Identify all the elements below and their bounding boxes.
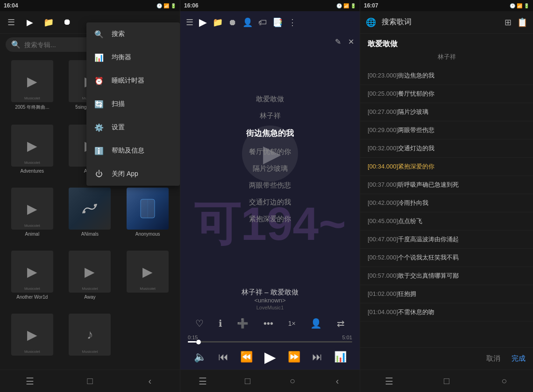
menu-item-sleep-timer[interactable]: ⏰ 睡眠计时器: [86, 69, 180, 92]
status-icons-2: 🕐 📶 🔋: [336, 3, 356, 8]
menu-item-close-app[interactable]: ⏻ 关闭 App: [86, 162, 180, 186]
album-item-14[interactable]: ♪ Musicolet: [62, 311, 119, 368]
lyrics-item-1[interactable]: [00:25.000]餐厅忧郁的你: [360, 85, 533, 103]
record-icon[interactable]: ⏺: [62, 17, 73, 28]
lyric-text-13: 不需休息的吻: [398, 308, 434, 315]
globe-icon: 🌐: [366, 17, 376, 28]
shuffle-button[interactable]: ⇄: [337, 318, 345, 329]
person-toolbar-icon[interactable]: 👤: [242, 17, 253, 28]
edit-lyrics-icon[interactable]: ✎: [335, 37, 341, 46]
confirm-button[interactable]: 完成: [512, 354, 526, 363]
bookmark-toolbar-icon[interactable]: 📑: [272, 17, 283, 28]
queue-icon[interactable]: ☰: [186, 17, 193, 28]
lyric-text-8: 点点纷飞: [398, 217, 422, 224]
lyrics-item-11[interactable]: [00:57.000]敢于交出真情哪算可鄙: [360, 267, 533, 285]
lyrics-item-13[interactable]: [01:04.000]不需休息的吻: [360, 303, 533, 322]
equalizer-button[interactable]: 📊: [334, 351, 347, 363]
album-item-9[interactable]: Anonymous: [119, 185, 176, 247]
forward-button[interactable]: ⏩: [288, 351, 300, 363]
lyric-text-9: 千度高温波涛由你涌起: [398, 236, 459, 243]
menu-item-scan[interactable]: 🔄 扫描: [86, 92, 180, 116]
album-item-12[interactable]: ▶ Musicolet: [119, 248, 176, 310]
record-toolbar-icon[interactable]: ⏺: [228, 18, 237, 28]
lyrics-item-6[interactable]: [00:37.000]听呼吸声确已急速到死: [360, 176, 533, 194]
timestamp-5: [00:34.000]: [368, 163, 398, 170]
more-toolbar-icon[interactable]: ⋮: [288, 17, 297, 28]
menu-item-help[interactable]: ℹ️ 帮助及信息: [86, 139, 180, 162]
time-1: 16:04: [4, 2, 18, 9]
album-label-10: Another Wor1d: [11, 294, 53, 300]
menu-item-equalizer[interactable]: 📊 均衡器: [86, 46, 180, 69]
bottom-back-icon[interactable]: ‹: [141, 372, 159, 391]
lyrics-item-5[interactable]: [00:34.000]紧抱深爱的你: [360, 158, 533, 176]
play-icon[interactable]: ▶: [24, 17, 36, 28]
person-button[interactable]: 👤: [310, 318, 322, 329]
album-item-1[interactable]: ▶ Musicolet 2005 年终舞曲...: [4, 57, 61, 121]
lyrics-line-6: 两眼带些伤悲: [249, 177, 291, 194]
lyrics-item-3[interactable]: [00:29.000]两眼带些伤悲: [360, 121, 533, 140]
paste-button[interactable]: 📋: [517, 17, 527, 28]
lyrics-item-10[interactable]: [00:52.000]个个说我太狂笑我不羁: [360, 249, 533, 267]
bottom-nav-3: ☰ □ ○: [360, 370, 533, 392]
help-menu-icon: ℹ️: [94, 146, 104, 156]
menu-item-settings[interactable]: ⚙️ 设置: [86, 116, 180, 139]
tag-toolbar-icon[interactable]: 🏷: [258, 18, 267, 28]
more-button[interactable]: •••: [263, 318, 273, 329]
lyrics-line-1: 敢爱敢做: [256, 91, 284, 107]
bottom-menu-icon-3[interactable]: ☰: [380, 372, 398, 391]
like-button[interactable]: ♡: [195, 318, 204, 329]
bottom-circle-icon-2[interactable]: ○: [283, 372, 302, 391]
album-item-10[interactable]: ▶ Musicolet Another Wor1d: [4, 248, 61, 310]
album-item-4[interactable]: ▶ Musicolet Adventures: [4, 122, 61, 184]
bottom-home-icon-3[interactable]: □: [437, 372, 456, 391]
speed-button[interactable]: 1×: [288, 318, 296, 329]
bottom-circle-icon-3[interactable]: ○: [495, 372, 513, 391]
add-queue-button[interactable]: ➕: [237, 318, 249, 329]
bottom-menu-icon[interactable]: ☰: [21, 372, 39, 391]
next-button[interactable]: ⏭: [312, 351, 322, 363]
lyrics-item-0[interactable]: [00:23.000]街边焦急的我: [360, 67, 533, 85]
search-icon: 🔍: [11, 40, 21, 49]
bottom-back-icon-2[interactable]: ‹: [328, 372, 347, 391]
album-thumb-1: ▶ Musicolet: [11, 60, 53, 102]
bottom-menu-icon-2[interactable]: ☰: [193, 372, 212, 391]
lyric-text-5: 紧抱深爱的你: [398, 163, 434, 170]
menu-item-search[interactable]: 🔍 搜索: [86, 22, 180, 46]
bottom-nav-1: ☰ □ ‹: [0, 370, 180, 392]
album-item-8[interactable]: ANimals: [62, 185, 119, 247]
album-item-13[interactable]: ▶ Musicolet: [4, 311, 61, 368]
grid-view-button[interactable]: ⊞: [505, 17, 512, 28]
album-play-icon-10: ▶: [27, 264, 37, 280]
lyrics-item-2[interactable]: [00:27.000]隔片沙玻璃: [360, 103, 533, 121]
battery-icon-3: 🔋: [524, 3, 529, 8]
lyrics-item-12[interactable]: [01:02.000]狂抱拥: [360, 285, 533, 303]
folder-toolbar-icon[interactable]: 📁: [213, 17, 223, 28]
lyric-text-7: 冷雨扑向我: [398, 199, 428, 206]
album-play-icon-13: ▶: [27, 327, 37, 343]
bottom-home-icon[interactable]: □: [80, 372, 99, 391]
info-button[interactable]: ℹ: [219, 318, 222, 329]
volume-button[interactable]: 🔈: [194, 351, 206, 363]
prev-button[interactable]: ⏮: [218, 351, 228, 363]
progress-track[interactable]: [188, 341, 352, 343]
bottom-home-icon-2[interactable]: □: [238, 372, 257, 391]
total-time: 5:01: [342, 335, 352, 340]
album-item-7[interactable]: ▶ Musicolet Animal: [4, 185, 61, 247]
lyrics-song-title: 敢爱敢做: [368, 39, 526, 49]
folder-icon[interactable]: 📁: [43, 17, 54, 28]
menu-icon[interactable]: ☰: [6, 17, 17, 28]
lyrics-list[interactable]: [00:23.000]街边焦急的我 [00:25.000]餐厅忧郁的你 [00:…: [360, 65, 533, 347]
lyrics-item-8[interactable]: [00:45.000]点点纷飞: [360, 212, 533, 231]
lyrics-item-9[interactable]: [00:47.000]千度高温波涛由你涌起: [360, 231, 533, 249]
lyrics-item-4[interactable]: [00:32.000]交通灯边的我: [360, 140, 533, 158]
close-lyrics-icon[interactable]: ✕: [348, 37, 354, 46]
cancel-button[interactable]: 取消: [486, 354, 500, 363]
timestamp-3: [00:29.000]: [368, 126, 398, 133]
album-thumb-4: ▶ Musicolet: [11, 125, 53, 167]
rewind-button[interactable]: ⏪: [240, 351, 253, 363]
play-toolbar-icon[interactable]: ▶: [199, 16, 207, 28]
lyrics-item-7[interactable]: [00:42.000]冷雨扑向我: [360, 194, 533, 212]
play-pause-button[interactable]: ▶: [264, 348, 276, 366]
album-play-icon-4: ▶: [27, 138, 37, 154]
album-item-11[interactable]: ▶ Musicolet Away: [62, 248, 119, 310]
